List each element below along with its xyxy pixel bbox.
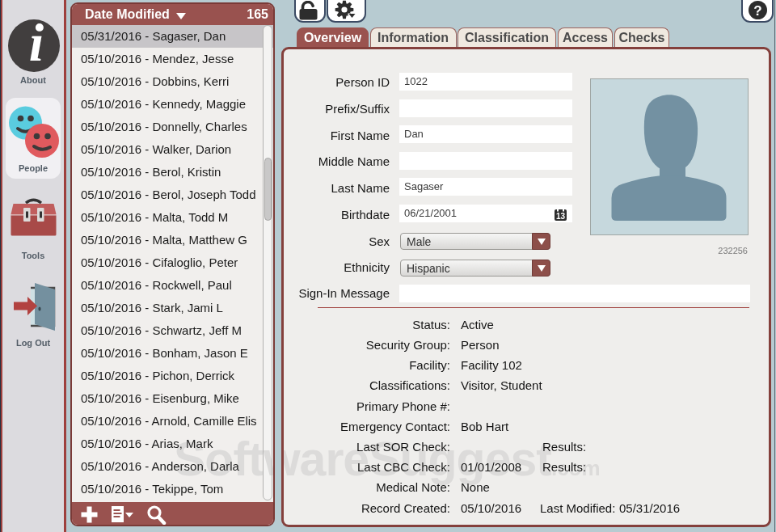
svg-text:?: ? — [753, 3, 761, 19]
svg-text:13: 13 — [556, 211, 566, 220]
svg-text:i: i — [29, 19, 44, 72]
